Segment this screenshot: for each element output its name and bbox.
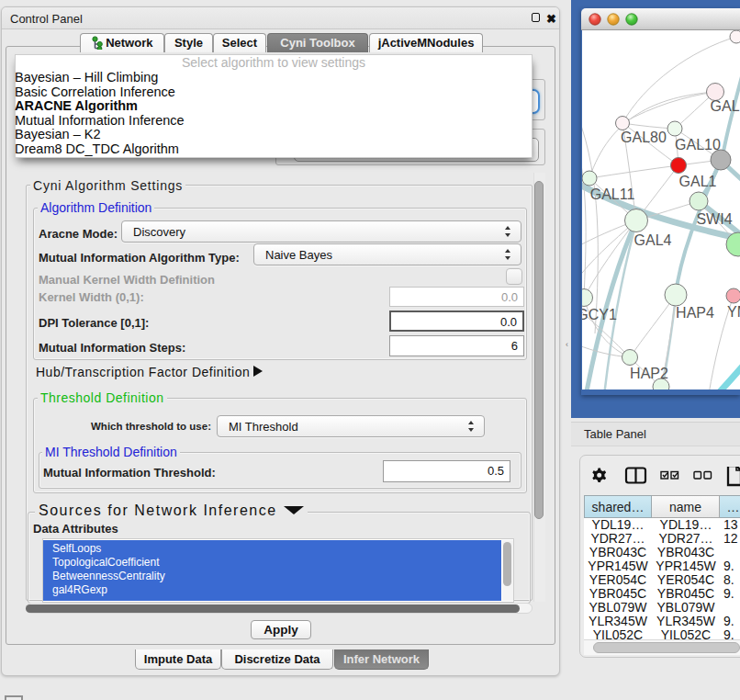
svg-text:GAL7: GAL7 [711, 98, 740, 114]
svg-text:GAL11: GAL11 [590, 186, 635, 202]
svg-text:GCY1: GCY1 [582, 307, 617, 322]
svg-text:GAL4: GAL4 [634, 232, 672, 248]
svg-text:HAP4: HAP4 [676, 305, 714, 321]
svg-text:GAL1: GAL1 [679, 174, 717, 189]
svg-text:YM: YM [727, 304, 740, 320]
svg-text:GAL10: GAL10 [675, 137, 721, 152]
svg-text:HAP2: HAP2 [630, 366, 668, 381]
svg-text:SWI4: SWI4 [696, 211, 732, 227]
svg-text:GAL80: GAL80 [621, 130, 667, 145]
